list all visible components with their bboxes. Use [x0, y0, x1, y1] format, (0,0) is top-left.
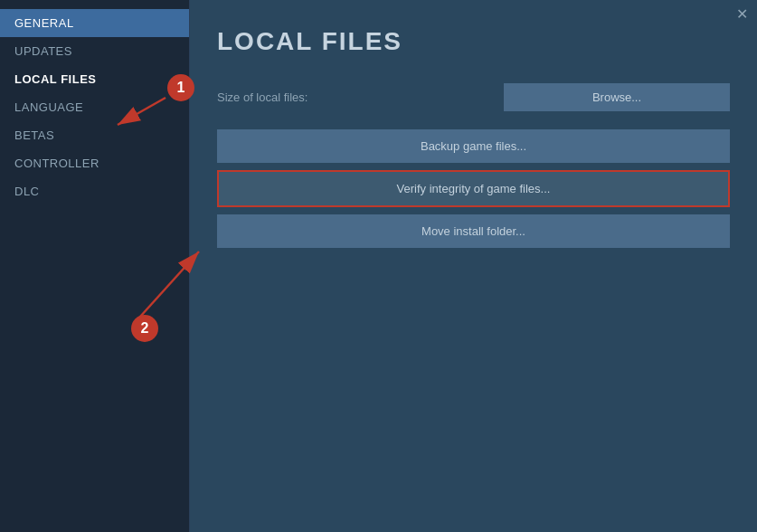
verify-button[interactable]: Verify integrity of game files...	[217, 170, 730, 207]
sidebar-item-dlc[interactable]: DLC	[0, 177, 189, 205]
sidebar-item-updates[interactable]: UPDATES	[0, 37, 189, 65]
main-content: GENERAL UPDATES LOCAL FILES LANGUAGE BET…	[0, 0, 757, 532]
backup-button[interactable]: Backup game files...	[217, 129, 730, 163]
browse-button[interactable]: Browse...	[504, 83, 730, 111]
sidebar: GENERAL UPDATES LOCAL FILES LANGUAGE BET…	[0, 0, 190, 532]
file-size-label: Size of local files:	[217, 90, 308, 104]
page-title: LOCAL FILES	[217, 27, 730, 56]
move-button[interactable]: Move install folder...	[217, 214, 730, 248]
sidebar-item-local-files[interactable]: LOCAL FILES	[0, 65, 189, 93]
annotation-2: 2	[131, 315, 158, 342]
main-panel: LOCAL FILES Size of local files: Browse.…	[190, 0, 757, 532]
close-button[interactable]: ✕	[736, 5, 748, 23]
sidebar-item-general[interactable]: GENERAL	[0, 9, 189, 37]
annotation-1: 1	[167, 74, 194, 101]
sidebar-item-controller[interactable]: CONTROLLER	[0, 149, 189, 177]
file-size-row: Size of local files: Browse...	[217, 83, 730, 111]
sidebar-item-language[interactable]: LANGUAGE	[0, 93, 189, 121]
app-window: ✕ GENERAL UPDATES LOCAL FILES LANGUAGE B…	[0, 0, 757, 532]
sidebar-item-betas[interactable]: BETAS	[0, 121, 189, 149]
